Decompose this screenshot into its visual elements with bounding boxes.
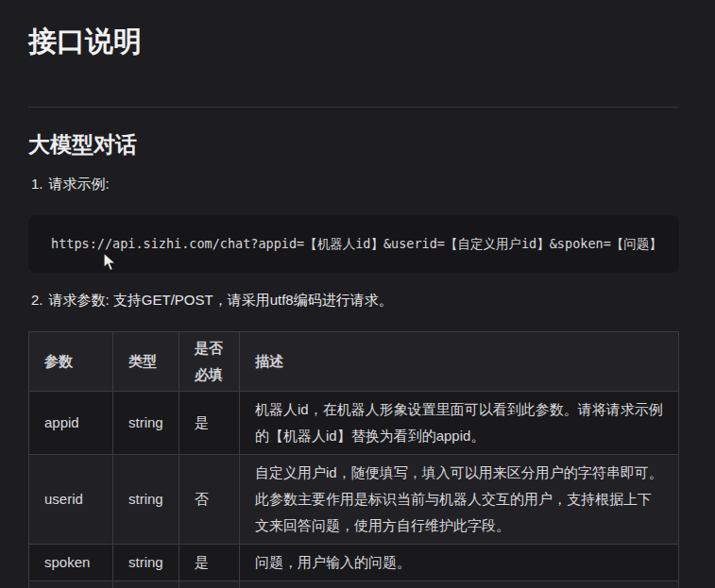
doc-page: { "page": { "title": "接口说明", "section_ti… — [0, 0, 715, 588]
content-area: 接口说明 大模型对话 1. 请求示例: https://api.sizhi.co… — [0, 0, 715, 588]
cell-type — [113, 581, 179, 588]
header-param: 参数 — [29, 332, 113, 392]
params-table: 参数 类型 是否必填 描述 appid string 是 机器人id，在机器人形… — [28, 331, 679, 588]
step-label: 请求示例: — [49, 174, 110, 194]
cell-description: 机器人id，在机器人形象设置里面可以看到此参数。请将请求示例的【机器人id】替换… — [240, 392, 679, 455]
table-row-spoken: spoken string 是 问题，用户输入的问题。 — [29, 545, 679, 581]
header-required: 是否必填 — [179, 332, 240, 392]
step-number: 2. — [31, 290, 43, 311]
cell-param: appid — [29, 392, 113, 455]
cell-required: 是 — [179, 545, 240, 581]
cell-description — [240, 581, 679, 588]
cell-type: string — [113, 392, 179, 455]
cell-type: string — [113, 455, 179, 545]
page-title: 接口说明 — [28, 25, 679, 59]
table-row-appid: appid string 是 机器人id，在机器人形象设置里面可以看到此参数。请… — [29, 392, 679, 455]
cell-description: 自定义用户id，随便填写，填入可以用来区分用户的字符串即可。此参数主要作用是标识… — [240, 455, 679, 545]
cell-description: 问题，用户输入的问题。 — [240, 545, 679, 581]
cell-param — [29, 581, 113, 588]
step-request-example: 1. 请求示例: — [28, 174, 679, 194]
table-header-row: 参数 类型 是否必填 描述 — [29, 332, 679, 392]
header-type: 类型 — [113, 332, 179, 392]
step-number: 1. — [31, 174, 43, 194]
cell-required: 否 — [179, 455, 240, 545]
cell-required: 是 — [179, 392, 240, 455]
step-request-params: 2. 请求参数: 支持GET/POST，请采用utf8编码进行请求。 — [28, 290, 679, 311]
header-description: 描述 — [240, 332, 679, 392]
cell-required — [179, 581, 240, 588]
step-label: 请求参数: 支持GET/POST，请采用utf8编码进行请求。 — [49, 290, 393, 311]
table-row-userid: userid string 否 自定义用户id，随便填写，填入可以用来区分用户的… — [29, 455, 679, 545]
cell-param: userid — [29, 455, 113, 545]
request-url-code: https://api.sizhi.com/chat?appid=【机器人id】… — [51, 236, 662, 253]
section-title: 大模型对话 — [28, 130, 679, 159]
table-row-partial — [29, 581, 679, 588]
request-example-code-block: https://api.sizhi.com/chat?appid=【机器人id】… — [28, 215, 679, 273]
cell-type: string — [113, 545, 179, 581]
section-divider — [28, 107, 679, 108]
cell-param: spoken — [29, 545, 113, 581]
